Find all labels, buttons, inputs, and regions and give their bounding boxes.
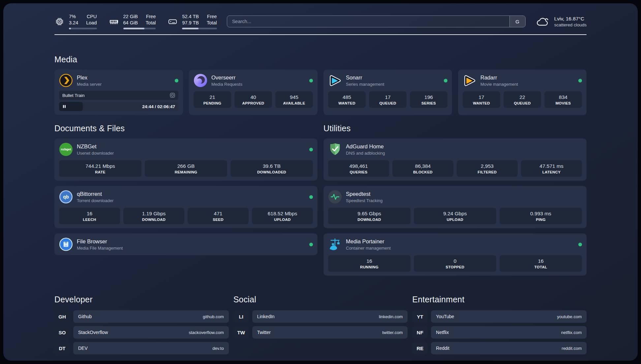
link-netflix[interactable]: Netflix netflix.com: [431, 326, 587, 339]
section-media: Media Plex Media server: [54, 55, 587, 115]
header: 7% CPU 3.24 Load: [54, 3, 587, 30]
stat-tile: 945 AVAILABLE: [275, 91, 313, 108]
app-name: Overseerr: [211, 75, 305, 81]
app-card-plex[interactable]: Plex Media server Bullet Train: [54, 70, 183, 115]
app-subtitle: Movie management: [480, 82, 574, 87]
stat-tile: 47.571 ms LATENCY: [521, 160, 582, 177]
app-name: Speedtest: [346, 191, 582, 197]
section-utilities: Utilities: [323, 124, 587, 276]
link-youtube[interactable]: YouTube youtube.com: [431, 310, 587, 323]
radarr-icon: [463, 74, 476, 87]
link-row-twitter: TW Twitter twitter.com: [233, 326, 408, 339]
ram-total-value: 64 GiB: [123, 20, 138, 26]
stat-tile: 2,953 FILTERED: [457, 160, 518, 177]
app-card-radarr[interactable]: Radarr Movie management 17 WANTED 22 QUE…: [458, 70, 587, 115]
link-tag[interactable]: RE: [412, 342, 428, 354]
link-tag[interactable]: NF: [412, 326, 428, 339]
speedtest-icon: [328, 190, 342, 204]
cpu-label-bottom: Load: [86, 20, 97, 26]
link-stackoverflow[interactable]: StackOverflow stackoverflow.com: [73, 326, 229, 339]
stat-tile: 266 GB REMAINING: [145, 160, 227, 177]
disk-label-top: Free: [207, 14, 217, 20]
app-card-qbittorrent[interactable]: qb qBittorrent Torrent downloader: [54, 186, 318, 228]
app-card-portainer[interactable]: Media Portainer Container management 16 …: [323, 233, 587, 276]
link-dev[interactable]: DEV dev.to: [73, 342, 229, 354]
app-subtitle: Media server: [77, 82, 171, 87]
link-tag[interactable]: GH: [54, 310, 70, 323]
stat-tile: 0 STOPPED: [414, 255, 496, 272]
stat-tile: 39.6 TB DOWNLOADED: [230, 160, 313, 177]
cpu-usage-value: 7%: [69, 14, 78, 20]
cloud-icon: [535, 15, 550, 27]
ram-icon: [109, 16, 119, 27]
cpu-progress-bar: [69, 28, 97, 29]
app-card-adguard[interactable]: AdGuard Home DNS and adblocking 498,461 …: [323, 138, 587, 181]
filebrowser-icon: [59, 237, 73, 251]
app-name: Plex: [77, 75, 171, 81]
app-name: qBittorrent: [77, 191, 305, 197]
now-playing-title-bar: Bullet Train: [59, 91, 178, 100]
ram-progress-bar: [123, 28, 156, 29]
stat-tile: 16 RUNNING: [328, 255, 411, 272]
search-engine-button[interactable]: G: [509, 16, 525, 27]
search-input[interactable]: [227, 16, 509, 27]
app-subtitle: Torrent downloader: [77, 198, 305, 203]
adguard-icon: [328, 142, 342, 156]
stat-tile: 22 QUEUED: [504, 91, 541, 108]
app-card-filebrowser[interactable]: File Browser Media File Management: [54, 233, 318, 255]
link-tag[interactable]: YT: [412, 310, 428, 323]
link-tag[interactable]: SO: [54, 326, 70, 339]
status-indicator: [309, 243, 313, 246]
ram-stat: 22 GiB Free 64 GiB Total: [109, 14, 156, 29]
cpu-stat: 7% CPU 3.24 Load: [54, 14, 97, 29]
svg-text:nzbget: nzbget: [61, 147, 72, 151]
nzbget-icon: nzbget: [59, 142, 73, 156]
link-linkedin[interactable]: LinkedIn linkedin.com: [252, 310, 408, 323]
stat-tile: 834 MOVIES: [544, 91, 582, 108]
stat-tile: 0.993 ms PING: [500, 208, 582, 224]
link-twitter[interactable]: Twitter twitter.com: [252, 326, 408, 339]
section-developer: Developer GH Github github.com SO StackO…: [54, 295, 229, 354]
link-reddit[interactable]: Reddit reddit.com: [431, 342, 587, 354]
section-title-utilities: Utilities: [323, 124, 587, 133]
stat-tile: 17 QUEUED: [369, 91, 407, 108]
qbittorrent-icon: qb: [59, 190, 73, 204]
disk-label-bottom: Total: [207, 20, 217, 26]
link-row-linkedin: LI LinkedIn linkedin.com: [233, 310, 408, 323]
weather-location: Lviv, 16.87°C: [554, 16, 587, 22]
link-row-github: GH Github github.com: [54, 310, 229, 323]
link-github[interactable]: Github github.com: [73, 310, 229, 323]
overseerr-icon: [194, 74, 207, 87]
app-card-nzbget[interactable]: nzbget NZBGet Usenet downloader 74: [54, 138, 318, 181]
ram-label-top: Free: [146, 14, 156, 20]
stat-tile: 9.65 Gbps DOWNLOAD: [328, 208, 411, 224]
status-indicator: [578, 243, 582, 246]
now-playing-title: Bullet Train: [62, 93, 85, 98]
app-card-overseerr[interactable]: Overseerr Media Requests 21 PENDING 40 A…: [189, 70, 318, 115]
status-indicator: [309, 79, 313, 82]
stat-tile: 618.52 Mbps UPLOAD: [252, 208, 313, 224]
link-tag[interactable]: TW: [233, 326, 249, 339]
now-playing-disc-icon[interactable]: [170, 93, 175, 98]
stat-tile: 485 WANTED: [328, 91, 366, 108]
section-social: Social LI LinkedIn linkedin.com TW Twitt…: [233, 295, 408, 354]
link-row-youtube: YT YouTube youtube.com: [412, 310, 587, 323]
stat-tile: 16 TOTAL: [500, 255, 582, 272]
weather-widget: Lviv, 16.87°C scattered clouds: [535, 15, 587, 27]
link-tag[interactable]: LI: [233, 310, 249, 323]
now-playing-time: 24:44 / 02:06:47: [142, 104, 175, 109]
stat-tile: 21 PENDING: [194, 91, 231, 108]
section-entertainment: Entertainment YT YouTube youtube.com NF …: [412, 295, 587, 354]
app-card-sonarr[interactable]: Sonarr Series management 485 WANTED 17 Q…: [323, 70, 452, 115]
cpu-icon: [54, 16, 65, 27]
app-card-speedtest[interactable]: Speedtest Speedtest Tracking 9.65 Gbps D…: [323, 186, 587, 228]
pause-icon[interactable]: [62, 105, 66, 108]
app-subtitle: Media Requests: [211, 82, 305, 87]
section-title-media: Media: [54, 55, 587, 64]
system-stats: 7% CPU 3.24 Load: [54, 14, 217, 29]
link-row-dev: DT DEV dev.to: [54, 342, 229, 354]
link-tag[interactable]: DT: [54, 342, 70, 354]
link-row-netflix: NF Netflix netflix.com: [412, 326, 587, 339]
app-subtitle: Speedtest Tracking: [346, 198, 582, 203]
now-playing-progress-bar[interactable]: 24:44 / 02:06:47: [59, 102, 178, 111]
